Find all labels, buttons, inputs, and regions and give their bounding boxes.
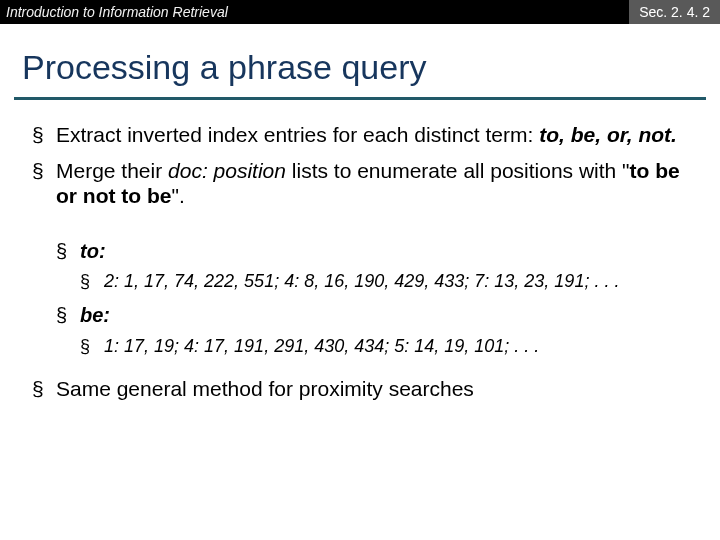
bullet-proximity: Same general method for proximity search… (32, 376, 688, 402)
postings-tail: . . . (594, 271, 619, 291)
docposition: doc: position (168, 159, 286, 182)
bullet-text: ". (171, 184, 184, 207)
top-bar: Introduction to Information Retrieval Se… (0, 0, 720, 24)
slide-title: Processing a phrase query (0, 24, 720, 93)
postings-be-list: 1: 17, 19; 4: 17, 191, 291, 430, 434; 5:… (80, 336, 688, 358)
bullet-merge: Merge their doc: position lists to enume… (32, 158, 688, 209)
term-list: to, be, or, not. (539, 123, 677, 146)
bullet-extract: Extract inverted index entries for each … (32, 122, 688, 148)
postings-to-list: 2: 1, 17, 74, 222, 551; 4: 8, 16, 190, 4… (80, 271, 688, 293)
bullet-text: Extract inverted index entries for each … (56, 123, 539, 146)
postings-tail: . . . (514, 336, 539, 356)
term-to: to: (80, 240, 106, 262)
postings-seg: 7: 13, 23, 191; (474, 271, 594, 291)
postings-seg: 4: 8, 16, 190, 429, 433; (284, 271, 474, 291)
postings-seg: 4: 17, 191, 291, 430, 434; (184, 336, 394, 356)
postings-be: be: (56, 303, 688, 327)
course-title: Introduction to Information Retrieval (0, 0, 629, 24)
postings-seg: 5: 14, 19, 101; (394, 336, 514, 356)
bullet-text: lists to enumerate all positions with " (286, 159, 630, 182)
slide-body: Extract inverted index entries for each … (0, 100, 720, 401)
bullet-text: Merge their (56, 159, 168, 182)
section-ref: Sec. 2. 4. 2 (629, 0, 720, 24)
postings-seg: 1: 17, 19; (104, 336, 184, 356)
bullet-text: Same general method for proximity search… (56, 377, 474, 400)
postings-to: to: (56, 239, 688, 263)
postings-seg: 2: 1, 17, 74, 222, 551; (104, 271, 284, 291)
term-be: be: (80, 304, 110, 326)
slide: Introduction to Information Retrieval Se… (0, 0, 720, 540)
